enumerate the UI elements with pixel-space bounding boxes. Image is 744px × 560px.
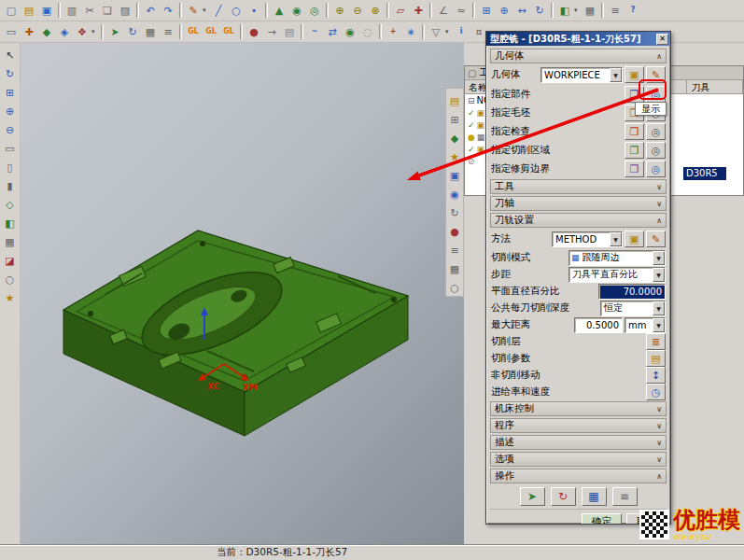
appearance-icon[interactable]: ★	[2, 289, 19, 306]
sketch-icon-arrow[interactable]: ▾	[203, 7, 209, 14]
create-operation-icon-arrow[interactable]: ▾	[91, 28, 98, 35]
roles-icon[interactable]: ≡	[446, 242, 463, 259]
non-cutting-moves-button[interactable]: ↕	[646, 367, 666, 384]
extrude-icon[interactable]: ▲	[271, 2, 288, 19]
gl-sim-3-icon[interactable]: GL	[220, 23, 237, 40]
touch-mode-icon[interactable]: ○	[446, 279, 463, 296]
circle-icon[interactable]: ○	[228, 2, 245, 19]
gl-sim-1-icon[interactable]: GL	[185, 23, 202, 40]
cut-parameters-button[interactable]: ▤	[646, 350, 666, 367]
hd3d-tools-icon[interactable]: ▣	[446, 167, 463, 184]
subtract-icon[interactable]: ⊖	[349, 2, 366, 19]
column-tool[interactable]: 刀具	[687, 80, 743, 93]
verify-button[interactable]: ▦	[582, 487, 607, 506]
revolve-icon[interactable]: ◉	[288, 2, 305, 19]
section-actions-header[interactable]: 操作 ∧	[490, 469, 667, 483]
stepover-combo[interactable]: 刀具平直百分比 ▼	[569, 267, 666, 283]
display-check-button[interactable]: ◎	[646, 123, 666, 140]
max-distance-input[interactable]: 0.5000	[574, 317, 623, 333]
front-view-icon[interactable]: ▭	[2, 140, 19, 157]
rotate-view-icon[interactable]: ↻	[531, 2, 548, 19]
wireframe-icon[interactable]: ▦	[2, 233, 19, 250]
create-method-icon[interactable]: ◈	[56, 23, 73, 40]
datum-axis-icon[interactable]: ✚	[410, 2, 427, 19]
dialog-close-button[interactable]: ✕	[656, 34, 668, 45]
info-icon[interactable]: i	[453, 23, 470, 40]
unite-icon[interactable]: ⊕	[331, 2, 348, 19]
shop-doc-icon[interactable]: ▤	[281, 23, 298, 40]
combo-arrow-icon[interactable]: ▼	[653, 251, 665, 265]
sketch-icon[interactable]: ✎	[185, 2, 202, 19]
ok-button[interactable]: 确定	[582, 513, 622, 524]
create-geometry-icon[interactable]: ◆	[38, 23, 55, 40]
select-arrow-icon[interactable]: ↖	[2, 47, 19, 63]
show-object-icon[interactable]: ◉	[342, 23, 358, 40]
method-combo[interactable]: METHOD ▼	[552, 231, 623, 247]
select-part-button[interactable]: ❒	[625, 86, 644, 103]
wcs-icon[interactable]: +	[385, 23, 401, 40]
selected-operation-tool-cell[interactable]: D30R5	[683, 167, 726, 180]
materials-icon[interactable]: ▦	[446, 260, 463, 277]
cut-icon[interactable]: ✂	[81, 2, 98, 19]
constraint-navigator-icon[interactable]: ⊞	[446, 111, 463, 128]
zoom-in-icon[interactable]: ⊕	[2, 103, 19, 119]
hide-object-icon[interactable]: ◌	[359, 23, 376, 40]
combo-arrow-icon[interactable]: ▼	[653, 268, 665, 282]
section-machine-control-header[interactable]: 机床控制 ∨	[490, 401, 667, 416]
combo-arrow-icon[interactable]: ▼	[610, 232, 622, 246]
shaded-icon[interactable]: ◧	[2, 215, 19, 231]
datum-plane-icon[interactable]: ▱	[392, 2, 409, 19]
section-tool-axis-header[interactable]: 刀轴 ∨	[490, 196, 667, 211]
section-tool-header[interactable]: 工具 ∨	[490, 179, 667, 194]
display-part-button[interactable]: ◎	[646, 86, 666, 103]
layer-settings-icon[interactable]: ≡	[607, 2, 624, 19]
copy-icon[interactable]: ❏	[99, 2, 116, 19]
toolpath-edit-icon[interactable]: ~	[306, 23, 323, 40]
web-browser-icon[interactable]: ◉	[446, 186, 463, 203]
help-icon[interactable]: ?	[625, 2, 641, 19]
max-distance-unit-combo[interactable]: mm ▼	[625, 317, 666, 333]
select-trim-button[interactable]: ❒	[625, 161, 644, 177]
percent-diameter-input[interactable]: 70.0000	[598, 284, 666, 300]
feeds-speeds-button[interactable]: ◷	[646, 384, 666, 400]
side-view-icon[interactable]: ▮	[2, 177, 19, 194]
fit-icon[interactable]: ⊞	[2, 84, 19, 101]
combo-arrow-icon[interactable]: ▼	[610, 68, 622, 82]
verify-toolpath-icon[interactable]: ▦	[142, 23, 159, 40]
display-trim-button[interactable]: ◎	[646, 161, 666, 177]
gl-sim-2-icon[interactable]: GL	[203, 23, 219, 40]
snap-point-icon[interactable]: ∗	[402, 23, 419, 40]
section-geometry-header[interactable]: 几何体 ∧	[490, 49, 667, 63]
history-icon[interactable]: ↻	[446, 204, 463, 221]
wireframe-view-icon[interactable]: ▦	[582, 2, 598, 19]
open-file-icon[interactable]: ▤	[21, 2, 37, 19]
generate-toolpath-icon[interactable]: ➤	[106, 23, 123, 40]
snapshot-icon[interactable]: ○	[2, 271, 19, 287]
replay-toolpath-icon[interactable]: ↻	[124, 23, 141, 40]
edit-geometry-button[interactable]: ✎	[646, 66, 666, 83]
reuse-library-icon[interactable]: ★	[446, 148, 463, 165]
dialog-titlebar[interactable]: 型腔铣 - [D30R5-粗-1-1-刀长57] ✕	[486, 32, 670, 46]
select-check-button[interactable]: ❒	[625, 123, 644, 140]
section-view-icon[interactable]: ◪	[2, 252, 19, 269]
analysis-icon[interactable]: ≈	[453, 2, 470, 19]
top-view-icon[interactable]: ▯	[2, 159, 19, 175]
zoom-view-icon[interactable]: ⊕	[496, 2, 512, 19]
shaded-view-icon-arrow[interactable]: ▾	[574, 7, 581, 14]
new-geometry-button[interactable]: ▣	[625, 66, 644, 83]
depth-per-cut-combo[interactable]: 恒定 ▼	[600, 301, 666, 316]
section-program-header[interactable]: 程序 ∨	[490, 418, 667, 433]
machine-sim-icon[interactable]: ●	[246, 23, 262, 40]
section-path-settings-header[interactable]: 刀轨设置 ∧	[490, 213, 667, 228]
list-button[interactable]: ≡	[612, 487, 638, 506]
replay-button[interactable]: ↻	[551, 487, 576, 506]
create-tool-icon[interactable]: ✚	[21, 23, 37, 40]
create-operation-icon[interactable]: ❖	[74, 23, 91, 40]
hole-icon[interactable]: ◎	[306, 2, 323, 19]
list-toolpath-icon[interactable]: ≡	[160, 23, 176, 40]
gateway-icon[interactable]: ●	[446, 223, 463, 240]
cut-pattern-combo[interactable]: ▦ 跟随周边 ▼	[569, 250, 666, 266]
section-description-header[interactable]: 描述 ∨	[490, 435, 667, 450]
refresh-icon[interactable]: ↻	[2, 65, 19, 82]
generate-button[interactable]: ➤	[520, 487, 545, 506]
